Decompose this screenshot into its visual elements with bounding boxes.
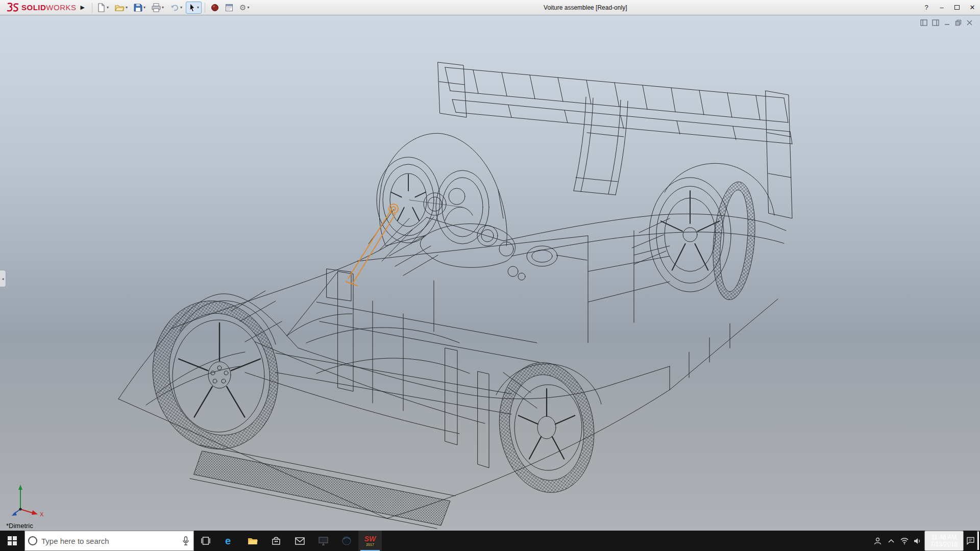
cortana-icon: [28, 536, 37, 545]
view-orientation-label: *Dimetric: [6, 522, 33, 530]
model-canvas: [0, 15, 980, 531]
dark-sphere-icon: [341, 536, 352, 546]
show-desktop-button[interactable]: [977, 531, 980, 551]
solidworks-app-icon: SW 2017: [364, 535, 376, 546]
dropdown-caret-icon: ▾: [180, 6, 182, 10]
close-button[interactable]: ✕: [965, 0, 980, 15]
open-button[interactable]: ▾: [112, 2, 130, 14]
mail-icon: [295, 537, 305, 545]
taskbar-clock[interactable]: 11:46 AM 7/13/2018: [924, 531, 964, 551]
sphere-tool-button[interactable]: [208, 2, 222, 14]
save-icon: [134, 3, 142, 12]
user-tray-icon: [874, 537, 881, 545]
front-splitter-mesh: [190, 445, 455, 529]
store-button[interactable]: [264, 531, 288, 551]
solidworks-taskbar-button[interactable]: SW 2017: [358, 531, 382, 551]
dark-monitor-icon: [318, 537, 328, 545]
orientation-triad: X: [11, 483, 47, 516]
doc-close-button[interactable]: [966, 19, 973, 26]
menu-flyout-arrow-icon[interactable]: ▶: [81, 4, 85, 11]
toolbar-separator: [92, 3, 92, 13]
file-explorer-icon: [248, 537, 258, 545]
main-toolbar: ▾ ▾ ▾: [94, 2, 252, 14]
red-sphere-icon: [211, 4, 219, 12]
edge-icon: e: [224, 535, 235, 546]
print-button[interactable]: ▾: [149, 2, 166, 14]
solidworks-window: SOLIDWORKS ▶ ▾ ▾: [0, 0, 980, 551]
hidden-icons-chevron-icon: [888, 539, 894, 543]
front-right-wheel: [377, 157, 489, 244]
search-mic-icon[interactable]: [182, 536, 189, 545]
doc-minimize-button[interactable]: [944, 19, 950, 26]
feature-pane-tab[interactable]: ◂: [0, 270, 6, 287]
selected-component-highlight[interactable]: [346, 204, 398, 286]
undo-icon: [170, 3, 179, 12]
dark-tile-app-button[interactable]: [311, 531, 335, 551]
options-button[interactable]: ⚙ ▾: [237, 2, 252, 14]
svg-text:e: e: [225, 535, 231, 546]
clock-date: 7/13/2018: [930, 541, 958, 548]
user-tray-button[interactable]: [871, 531, 885, 551]
print-icon: [152, 3, 161, 12]
wifi-button[interactable]: [898, 531, 911, 551]
pane-left-button[interactable]: [920, 19, 927, 26]
action-center-icon: [966, 537, 975, 545]
rear-right-wheel: [649, 178, 760, 302]
window-controls: ? – ✕: [919, 0, 980, 15]
store-icon: [272, 536, 281, 545]
maximize-button[interactable]: [949, 0, 965, 15]
wireframe-car-model[interactable]: [118, 62, 792, 529]
dropdown-caret-icon: ▾: [162, 6, 164, 10]
brand-works: WORKS: [46, 3, 76, 12]
open-icon: [115, 3, 125, 12]
search-input[interactable]: [41, 537, 178, 545]
start-button[interactable]: [0, 531, 24, 551]
start-icon: [8, 536, 17, 545]
solidworks-wordmark: SOLIDWORKS: [21, 3, 77, 12]
dropdown-caret-icon: ▾: [197, 6, 199, 10]
clock-time: 11:46 AM: [931, 534, 957, 541]
new-document-button[interactable]: ▾: [94, 2, 111, 14]
task-view-button[interactable]: [194, 531, 217, 551]
maximize-icon: [954, 5, 960, 10]
toolbar-separator: [205, 3, 205, 13]
report-icon: [225, 4, 233, 12]
report-tool-button[interactable]: [223, 2, 236, 14]
pane-right-button[interactable]: [932, 19, 939, 26]
document-window-controls: [920, 19, 973, 26]
edge-button[interactable]: e: [217, 531, 241, 551]
front-left-wheel: [141, 291, 290, 459]
dropdown-caret-icon: ▾: [126, 6, 128, 10]
rear-wing: [438, 62, 792, 218]
dropdown-caret-icon: ▾: [107, 6, 109, 10]
action-center-button[interactable]: [964, 531, 977, 551]
help-button[interactable]: ?: [919, 0, 934, 15]
task-view-icon: [201, 537, 210, 545]
doc-restore-button[interactable]: [955, 19, 962, 26]
minimize-button[interactable]: –: [934, 0, 949, 15]
dropdown-caret-icon: ▾: [143, 6, 145, 10]
taskbar-search[interactable]: [24, 531, 194, 551]
volume-icon: [914, 538, 921, 544]
options-gear-icon: ⚙: [239, 4, 246, 11]
dark-circle-app-button[interactable]: [335, 531, 358, 551]
mail-button[interactable]: [288, 531, 311, 551]
select-cursor-icon: [188, 3, 196, 12]
triad-x-label: X: [40, 511, 44, 516]
wifi-icon: [900, 538, 909, 544]
file-explorer-button[interactable]: [241, 531, 264, 551]
volume-button[interactable]: [911, 531, 924, 551]
graphics-viewport[interactable]: ◂ X *Dimetric: [0, 15, 980, 531]
hidden-icons-button[interactable]: [885, 531, 898, 551]
rear-left-wheel: [491, 356, 602, 498]
titlebar: SOLIDWORKS ▶ ▾ ▾: [0, 0, 980, 15]
undo-button[interactable]: ▾: [167, 2, 185, 14]
solidworks-logo-icon: [4, 2, 19, 13]
solidworks-logo: SOLIDWORKS: [4, 0, 77, 15]
brand-solid: SOLID: [21, 3, 46, 12]
select-tool-button[interactable]: ▾: [186, 2, 202, 14]
save-button[interactable]: ▾: [131, 2, 148, 14]
window-title: Voiture assemblee [Read-only]: [252, 4, 919, 11]
windows-taskbar: e: [0, 531, 980, 551]
new-document-icon: [97, 3, 106, 12]
